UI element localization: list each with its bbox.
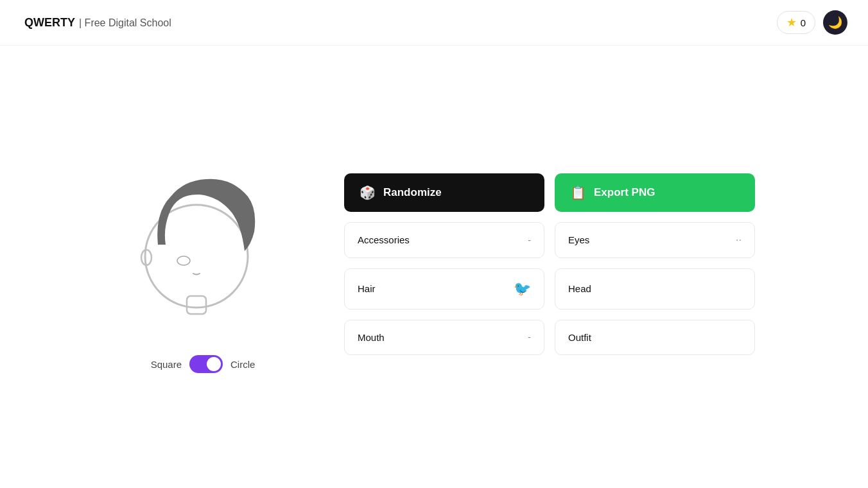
hair-icon: 🐦 [514, 281, 531, 297]
outfit-label: Outfit [568, 332, 591, 343]
mouth-outfit-row: Mouth - Outfit [344, 320, 755, 355]
controls-section: 🎲 Randomize 📋 Export PNG Accessories - E… [344, 173, 755, 355]
accessories-label: Accessories [358, 234, 410, 245]
eyes-value: ·· [736, 234, 742, 246]
toggle-thumb [207, 357, 221, 371]
dark-mode-button[interactable]: 🌙 [823, 10, 847, 35]
randomize-label: Randomize [383, 186, 442, 199]
toggle-square-label: Square [151, 359, 182, 370]
accessories-value: - [528, 235, 531, 245]
logo-brand: QWERTY [24, 16, 75, 29]
mouth-label: Mouth [358, 332, 385, 343]
logo-subtitle: | Free Digital School [79, 17, 171, 28]
avatar-section: Square Circle [113, 155, 293, 373]
toggle-circle-label: Circle [230, 359, 255, 370]
head-card[interactable]: Head [555, 268, 755, 309]
outfit-card[interactable]: Outfit [555, 320, 755, 355]
eyes-card[interactable]: Eyes ·· [555, 222, 755, 258]
accessories-eyes-row: Accessories - Eyes ·· [344, 222, 755, 258]
shape-toggle-section: Square Circle [151, 355, 256, 373]
mouth-card[interactable]: Mouth - [344, 320, 544, 355]
export-button[interactable]: 📋 Export PNG [555, 173, 755, 212]
shape-toggle[interactable] [189, 355, 223, 373]
main-content: Square Circle 🎲 Randomize 📋 Export PNG A… [0, 46, 868, 482]
avatar-svg [119, 161, 286, 328]
accessories-card[interactable]: Accessories - [344, 222, 544, 258]
hair-head-row: Hair 🐦 Head [344, 268, 755, 309]
logo: QWERTY| Free Digital School [21, 16, 171, 30]
export-icon: 📋 [570, 185, 586, 200]
header-actions: ★ 0 🌙 [777, 10, 847, 35]
star-icon: ★ [786, 15, 797, 30]
hair-label: Hair [358, 283, 376, 294]
randomize-button[interactable]: 🎲 Randomize [344, 173, 544, 212]
export-label: Export PNG [594, 186, 655, 199]
header: QWERTY| Free Digital School ★ 0 🌙 [0, 0, 868, 46]
stars-badge-button[interactable]: ★ 0 [777, 11, 815, 34]
svg-point-2 [177, 256, 190, 265]
avatar-canvas [113, 155, 293, 335]
eyes-label: Eyes [568, 234, 589, 245]
hair-card[interactable]: Hair 🐦 [344, 268, 544, 309]
moon-icon: 🌙 [828, 15, 842, 30]
action-buttons-row: 🎲 Randomize 📋 Export PNG [344, 173, 755, 212]
stars-count: 0 [801, 17, 806, 28]
randomize-icon: 🎲 [360, 185, 376, 200]
mouth-value: - [528, 332, 531, 342]
svg-rect-1 [187, 296, 206, 314]
head-label: Head [568, 283, 591, 294]
